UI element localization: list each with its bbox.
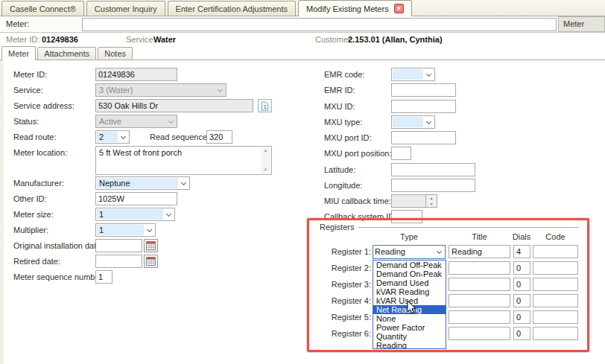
register-4-dials-input[interactable] bbox=[513, 294, 530, 307]
register-1-label: Register 1: bbox=[319, 247, 371, 256]
register-5-dials-input[interactable] bbox=[513, 310, 530, 324]
register-5-code-input[interactable] bbox=[533, 310, 578, 324]
mxu-type-select[interactable] bbox=[391, 115, 435, 129]
dropdown-item[interactable]: Demand Off-Peak bbox=[373, 261, 446, 269]
tab-enter-certification-adjustments[interactable]: Enter Certification Adjustments bbox=[168, 1, 296, 16]
longitude-field[interactable] bbox=[391, 179, 475, 192]
meter-location-label: Meter location: bbox=[13, 148, 67, 157]
register-6-dials-input[interactable] bbox=[513, 327, 530, 340]
register-2-title-input[interactable] bbox=[449, 261, 510, 275]
service-address-detail-button[interactable]: 1 bbox=[258, 99, 272, 112]
meter-id-field-label: Meter ID: bbox=[13, 70, 47, 79]
meter-input[interactable] bbox=[82, 18, 557, 31]
register-3-title-input[interactable] bbox=[449, 278, 510, 291]
spin-down-icon[interactable]: ▼ bbox=[426, 201, 437, 207]
registers-legend-line bbox=[358, 227, 579, 228]
manufacturer-select[interactable]: Neptune bbox=[95, 176, 190, 190]
read-route-select[interactable]: 2 bbox=[95, 130, 130, 144]
register-3-code-input[interactable] bbox=[533, 278, 578, 291]
tab-label: Meter bbox=[8, 49, 29, 58]
register-3-dials-input[interactable] bbox=[513, 278, 530, 291]
multiplier-select[interactable]: 1 bbox=[95, 223, 156, 237]
tab-label: Notes bbox=[104, 49, 126, 58]
register-6-code-input[interactable] bbox=[533, 327, 578, 340]
mxu-port-position-field[interactable] bbox=[391, 147, 411, 160]
read-sequence-field[interactable] bbox=[206, 130, 232, 144]
register-4-title-input[interactable] bbox=[449, 294, 510, 307]
register-6-title-input[interactable] bbox=[449, 327, 510, 340]
tab-notes[interactable]: Notes bbox=[98, 47, 133, 60]
longitude-label: Longitude: bbox=[324, 181, 362, 190]
register-1-code-input[interactable] bbox=[533, 245, 578, 258]
tab-caselle-connect[interactable]: Caselle Connect® bbox=[1, 1, 84, 16]
dropdown-item[interactable]: Demand Used bbox=[373, 278, 446, 287]
register-4-code-input[interactable] bbox=[533, 294, 578, 307]
meter-location-field[interactable]: 5 ft West of front porch ▲ ▼ bbox=[95, 146, 272, 175]
meter-id-label: Meter ID: bbox=[6, 35, 39, 44]
app-window: Caselle Connect® Customer Inquiry Enter … bbox=[0, 0, 605, 364]
mxu-port-id-field[interactable] bbox=[391, 131, 456, 144]
manufacturer-label: Manufacturer: bbox=[13, 179, 64, 188]
latitude-field[interactable] bbox=[391, 163, 475, 176]
service-label: Service: bbox=[126, 35, 156, 44]
meter-label: Meter: bbox=[6, 19, 29, 28]
register-3-label: Register 3: bbox=[319, 280, 371, 289]
multiplier-label: Multiplier: bbox=[13, 226, 48, 234]
close-icon[interactable]: ✕ bbox=[394, 4, 404, 13]
mxu-id-field[interactable] bbox=[391, 100, 456, 113]
spin-up-icon[interactable]: ▲ bbox=[426, 195, 437, 201]
scroll-down-icon[interactable]: ▼ bbox=[261, 167, 270, 173]
meter-sequence-number-field[interactable] bbox=[95, 270, 113, 284]
chevron-down-icon bbox=[147, 227, 152, 232]
calendar-icon bbox=[146, 241, 156, 250]
chevron-down-icon bbox=[168, 118, 174, 124]
dropdown-item[interactable]: kVAR Reading bbox=[373, 287, 446, 296]
dropdown-item[interactable]: Reading bbox=[373, 341, 446, 349]
scroll-up-icon[interactable]: ▲ bbox=[261, 147, 270, 154]
register-2-label: Register 2: bbox=[319, 264, 371, 272]
dropdown-item[interactable]: Power Factor bbox=[373, 323, 446, 332]
dropdown-item[interactable]: Quantity bbox=[373, 332, 446, 341]
retired-date-label: Retired date: bbox=[13, 257, 60, 266]
emr-id-field[interactable] bbox=[391, 83, 456, 97]
tab-label: Attachments bbox=[44, 49, 89, 58]
tab-attachments[interactable]: Attachments bbox=[37, 47, 96, 60]
retired-date-field[interactable] bbox=[95, 255, 142, 268]
registers-header-code: Code bbox=[533, 232, 578, 241]
register-5-title-input[interactable] bbox=[449, 310, 510, 324]
register-6-label: Register 6: bbox=[319, 329, 371, 338]
emr-code-select[interactable] bbox=[391, 68, 435, 81]
chevron-down-icon bbox=[166, 211, 171, 217]
chevron-down-icon bbox=[437, 249, 442, 254]
register-1-title-input[interactable] bbox=[449, 245, 510, 258]
tab-meter[interactable]: Meter bbox=[1, 46, 36, 60]
retired-date-picker-button[interactable] bbox=[144, 255, 158, 268]
svg-text:1: 1 bbox=[264, 103, 267, 110]
original-installation-date-picker-button[interactable] bbox=[144, 239, 158, 252]
record-info-bar: Meter ID: 01249836 Service: Water Custom… bbox=[0, 33, 605, 46]
tab-label: Customer Inquiry bbox=[95, 4, 157, 13]
register-1-dials-input[interactable] bbox=[513, 245, 530, 258]
meter-size-label: Meter size: bbox=[13, 210, 54, 219]
mxu-type-label: MXU type: bbox=[324, 118, 362, 127]
emr-code-label: EMR code: bbox=[324, 70, 364, 79]
scrollbar[interactable]: ▲ ▼ bbox=[261, 147, 270, 173]
customer-value: 2.153.01 (Allan, Cynthia) bbox=[348, 35, 443, 44]
mxu-port-position-label: MXU port position: bbox=[324, 149, 391, 158]
meter-button[interactable]: Meter bbox=[558, 16, 605, 32]
mxu-id-label: MXU ID: bbox=[324, 102, 355, 111]
register-2-code-input[interactable] bbox=[533, 261, 578, 275]
register-1-type-combobox[interactable]: Reading bbox=[373, 245, 446, 259]
service-value: Water bbox=[153, 35, 176, 44]
dropdown-item[interactable]: Demand On-Peak bbox=[373, 269, 446, 278]
tab-modify-existing-meters[interactable]: Modify Existing Meters ✕ bbox=[298, 0, 412, 16]
window-tab-bar: Caselle Connect® Customer Inquiry Enter … bbox=[0, 0, 605, 16]
tab-customer-inquiry[interactable]: Customer Inquiry bbox=[86, 1, 165, 16]
chevron-down-icon bbox=[218, 87, 223, 92]
other-id-field[interactable] bbox=[95, 192, 177, 205]
miu-callback-time-spinner[interactable]: ▲ ▼ bbox=[425, 194, 437, 208]
original-installation-date-field[interactable] bbox=[95, 239, 142, 252]
register-2-dials-input[interactable] bbox=[513, 261, 530, 275]
service-field-label: Service: bbox=[13, 86, 43, 95]
meter-size-select[interactable]: 1 bbox=[95, 208, 175, 221]
